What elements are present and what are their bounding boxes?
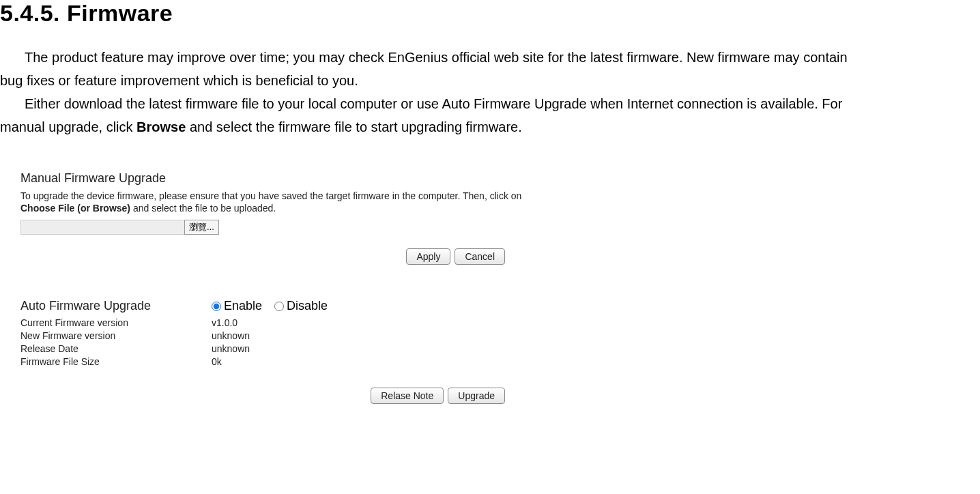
info-label: New Firmware version bbox=[20, 330, 212, 341]
paragraph-1-line1: The product feature may improve over tim… bbox=[0, 47, 980, 68]
disable-label: Disable bbox=[287, 299, 328, 313]
release-note-button[interactable]: Relase Note bbox=[371, 388, 444, 404]
info-value: v1.0.0 bbox=[212, 317, 237, 328]
enable-option[interactable]: Enable bbox=[212, 299, 262, 313]
enable-radio[interactable] bbox=[212, 302, 221, 311]
apply-button[interactable]: Apply bbox=[406, 248, 450, 265]
paragraph-2-bold: Browse bbox=[136, 119, 186, 134]
info-label: Release Date bbox=[20, 343, 212, 354]
auto-upgrade-row: Auto Firmware Upgrade Enable Disable bbox=[20, 299, 525, 313]
enable-label: Enable bbox=[224, 299, 262, 313]
info-row: Release Date unknown bbox=[20, 343, 525, 354]
manual-desc-pre: To upgrade the device firmware, please e… bbox=[20, 190, 521, 201]
section-heading: 5.4.5. Firmware bbox=[0, 0, 980, 27]
firmware-ui-panel: Manual Firmware Upgrade To upgrade the d… bbox=[0, 158, 546, 418]
paragraph-2-pre: manual upgrade, click bbox=[0, 119, 136, 134]
file-chooser-row: 瀏覽... bbox=[20, 220, 525, 235]
file-path-field[interactable] bbox=[20, 220, 184, 235]
browse-button[interactable]: 瀏覽... bbox=[184, 220, 219, 235]
info-value: unknown bbox=[212, 343, 250, 354]
auto-radio-group: Enable Disable bbox=[212, 299, 328, 313]
manual-upgrade-heading: Manual Firmware Upgrade bbox=[20, 171, 525, 186]
manual-upgrade-description: To upgrade the device firmware, please e… bbox=[20, 190, 525, 214]
paragraph-1-line2: bug fixes or feature improvement which i… bbox=[0, 70, 980, 91]
info-label: Current Firmware version bbox=[20, 317, 212, 328]
upgrade-button[interactable]: Upgrade bbox=[448, 388, 505, 404]
manual-desc-post: and select the file to be uploaded. bbox=[130, 203, 276, 214]
manual-button-row: Apply Cancel bbox=[20, 248, 525, 265]
paragraph-2-line2: manual upgrade, click Browse and select … bbox=[0, 117, 980, 137]
disable-option[interactable]: Disable bbox=[274, 299, 328, 313]
info-row: Firmware File Size 0k bbox=[20, 356, 525, 367]
info-value: unknown bbox=[212, 330, 250, 341]
paragraph-2-line1: Either download the latest firmware file… bbox=[0, 93, 980, 114]
info-row: Current Firmware version v1.0.0 bbox=[20, 317, 525, 328]
info-value: 0k bbox=[212, 356, 222, 367]
paragraph-2-post: and select the firmware file to start up… bbox=[186, 119, 521, 134]
cancel-button[interactable]: Cancel bbox=[455, 248, 505, 265]
disable-radio[interactable] bbox=[274, 302, 284, 311]
auto-upgrade-label: Auto Firmware Upgrade bbox=[20, 299, 212, 313]
auto-button-row: Relase Note Upgrade bbox=[20, 388, 525, 404]
info-row: New Firmware version unknown bbox=[20, 330, 525, 341]
manual-desc-bold: Choose File (or Browse) bbox=[20, 203, 130, 214]
info-label: Firmware File Size bbox=[20, 356, 212, 367]
